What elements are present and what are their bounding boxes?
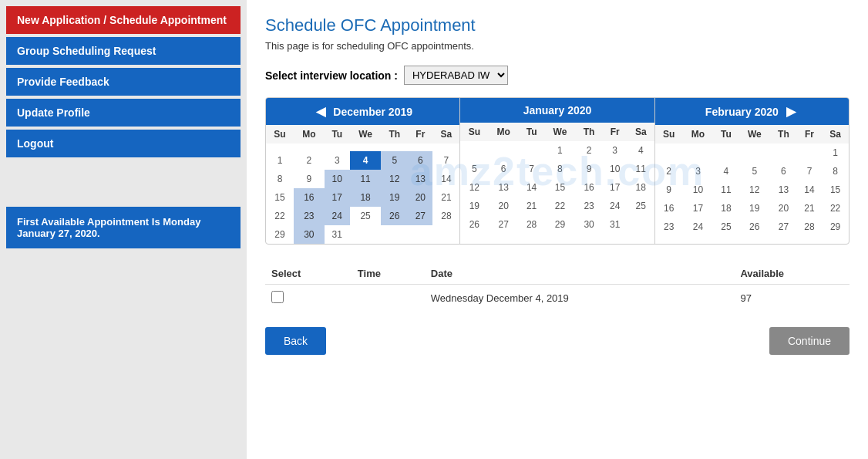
sidebar-item-update-profile[interactable]: Update Profile (6, 99, 241, 127)
calendar-month-2: February 2020▶SuMoTuWeThFrSa123456789101… (655, 98, 849, 244)
calendar-day[interactable]: 30 (294, 225, 325, 244)
calendar-day[interactable]: 4 (350, 151, 382, 170)
cal-next-button[interactable]: ▶ (783, 104, 799, 119)
calendar-day: 31 (325, 225, 350, 244)
calendar-day[interactable]: 11 (350, 170, 382, 188)
calendar-header-2: February 2020▶ (655, 98, 849, 125)
appt-col-header: Select (265, 263, 352, 285)
location-label: Select interview location : (265, 69, 398, 82)
page-title: Schedule OFC Appointment (265, 15, 849, 35)
calendar-day: 11 (627, 160, 654, 178)
calendar-day-header: Su (460, 123, 488, 141)
calendar-day: 12 (460, 178, 488, 197)
main-content: Schedule OFC Appointment This page is fo… (247, 0, 868, 459)
calendar-day (797, 143, 822, 162)
calendar-day[interactable]: 12 (381, 170, 408, 188)
appt-col-header: Time (352, 263, 425, 285)
calendar-day: 7 (797, 162, 822, 181)
calendar-day-header: Th (770, 125, 797, 143)
calendar-day[interactable]: 16 (294, 188, 325, 207)
calendar-day-header: Su (655, 125, 683, 143)
calendar-day: 25 (713, 218, 738, 236)
calendar-day: 8 (822, 162, 849, 181)
calendar-day (350, 225, 382, 244)
calendar-day: 22 (266, 207, 294, 225)
calendar-day-header: We (544, 123, 576, 141)
calendar-day: 30 (576, 215, 603, 234)
calendar-day: 6 (770, 162, 797, 181)
calendar-day: 13 (770, 181, 797, 199)
calendar-day: 26 (738, 218, 770, 236)
calendar-day: 19 (460, 197, 488, 215)
calendar-month-label-0: December 2019 (333, 106, 412, 118)
calendar-day: 21 (797, 199, 822, 218)
calendar-day: 27 (770, 218, 797, 236)
calendar-day: 19 (738, 199, 770, 218)
sidebar-item-group-scheduling[interactable]: Group Scheduling Request (6, 37, 241, 65)
calendar-day (350, 143, 382, 151)
calendar-day[interactable]: 10 (325, 170, 350, 188)
calendar-day: 29 (544, 215, 576, 234)
calendar-day[interactable]: 13 (408, 170, 432, 188)
calendar-day[interactable]: 17 (325, 188, 350, 207)
calendar-day[interactable]: 18 (350, 188, 382, 207)
continue-button[interactable]: Continue (769, 327, 849, 355)
calendar-day-header: Fr (408, 125, 432, 143)
back-button[interactable]: Back (265, 327, 326, 355)
calendar-day[interactable]: 5 (381, 151, 408, 170)
calendar-day: 7 (432, 151, 459, 170)
calendar-day: 17 (683, 199, 714, 218)
calendar-day[interactable]: 19 (381, 188, 408, 207)
calendar-day: 1 (544, 141, 576, 160)
calendar-day: 31 (603, 215, 627, 234)
calendar-day (770, 143, 797, 162)
calendar-day (408, 225, 432, 244)
calendar-header-1: January 2020 (460, 98, 654, 123)
calendar-day: 29 (822, 218, 849, 236)
sidebar-item-new-application[interactable]: New Application / Schedule Appointment (6, 6, 241, 34)
sidebar-item-logout[interactable]: Logout (6, 130, 241, 157)
calendar-day[interactable]: 20 (408, 188, 432, 207)
calendar-day: 1 (266, 151, 294, 170)
calendar-day[interactable]: 27 (408, 207, 432, 225)
table-row: Wednesday December 4, 201997 (265, 285, 849, 312)
location-select[interactable]: HYDERABAD IWMUMBAIDELHICHENNAI (404, 66, 508, 85)
calendar-grid-2: SuMoTuWeThFrSa12345678910111213141516171… (655, 125, 849, 236)
calendar-day: 26 (460, 215, 488, 234)
calendar-day-header: Tu (325, 125, 350, 143)
appt-checkbox[interactable] (271, 291, 284, 303)
calendar-day: 9 (655, 181, 683, 199)
calendar-day (432, 143, 459, 151)
sidebar: New Application / Schedule AppointmentGr… (0, 0, 247, 459)
calendar-day[interactable]: 24 (325, 207, 350, 225)
calendar-day: 1 (822, 143, 849, 162)
cal-prev-button[interactable]: ◀ (313, 104, 328, 119)
calendar-day[interactable]: 6 (408, 151, 432, 170)
calendar-day-header: Sa (432, 125, 459, 143)
calendar-day: 29 (266, 225, 294, 244)
page-subtitle: This page is for scheduling OFC appointm… (265, 40, 849, 52)
calendar-day: 25 (350, 207, 382, 225)
calendar-day: 13 (488, 178, 519, 197)
calendar-day-header: Fr (603, 123, 627, 141)
calendar-day-header: Mo (294, 125, 325, 143)
calendar-day[interactable]: 26 (381, 207, 408, 225)
calendar-day (381, 143, 408, 151)
calendar-day: 16 (576, 178, 603, 197)
calendar-day[interactable]: 23 (294, 207, 325, 225)
calendar-day: 9 (576, 160, 603, 178)
calendars-row: ◀December 2019SuMoTuWeThFrSa123456789101… (266, 98, 849, 244)
calendar-day: 3 (603, 141, 627, 160)
calendar-day: 27 (488, 215, 519, 234)
sidebar-item-provide-feedback[interactable]: Provide Feedback (6, 68, 241, 96)
calendar-day-header: We (738, 125, 770, 143)
calendar-day-header: Tu (519, 123, 544, 141)
appt-select-cell (265, 285, 352, 312)
calendar-day: 12 (738, 181, 770, 199)
calendar-day: 10 (683, 181, 714, 199)
calendar-day-header: Mo (488, 123, 519, 141)
calendar-day: 18 (713, 199, 738, 218)
calendar-day-header: Mo (683, 125, 714, 143)
sidebar-info-box: First Available Appointment Is Monday Ja… (6, 207, 241, 248)
calendar-day: 23 (576, 197, 603, 215)
